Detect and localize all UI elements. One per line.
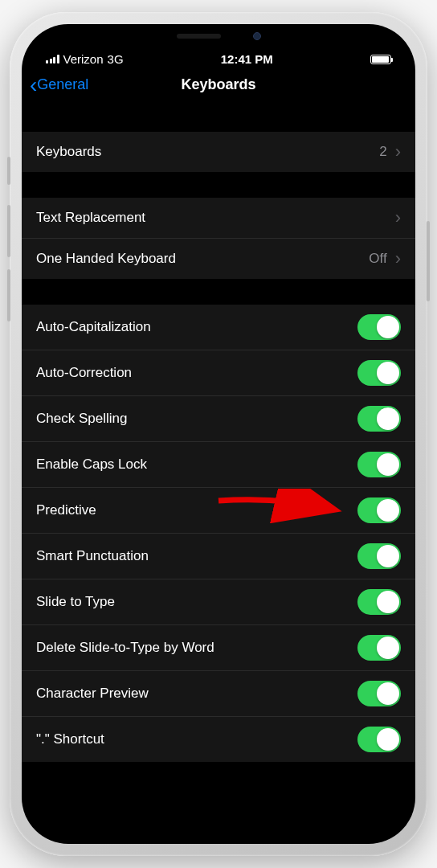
- navigation-bar: ‹ General Keyboards: [22, 70, 415, 104]
- slide-to-type-row: Slide to Type: [22, 579, 415, 625]
- page-title: Keyboards: [181, 76, 255, 93]
- delete-slide-toggle[interactable]: [357, 635, 401, 661]
- chevron-right-icon: ›: [395, 248, 401, 269]
- phone-frame: Verizon 3G 12:41 PM ‹ General Keyboards: [10, 12, 427, 856]
- period-shortcut-row: "." Shortcut: [22, 717, 415, 762]
- notch: [134, 24, 303, 48]
- clock: 12:41 PM: [221, 52, 273, 66]
- auto-correction-row: Auto-Correction: [22, 350, 415, 396]
- one-handed-label: One Handed Keyboard: [36, 251, 176, 267]
- predictive-row: Predictive: [22, 488, 415, 534]
- speaker-grille: [177, 34, 221, 39]
- slide-to-type-toggle[interactable]: [357, 589, 401, 615]
- one-handed-row[interactable]: One Handed Keyboard Off ›: [22, 239, 415, 279]
- section-text-options: Text Replacement › One Handed Keyboard O…: [22, 198, 415, 279]
- delete-slide-label: Delete Slide-to-Type by Word: [36, 640, 214, 656]
- character-preview-toggle[interactable]: [357, 681, 401, 706]
- text-replacement-row[interactable]: Text Replacement ›: [22, 198, 415, 239]
- auto-capitalization-label: Auto-Capitalization: [36, 319, 151, 335]
- chevron-right-icon: ›: [395, 141, 401, 162]
- power-button: [427, 221, 430, 301]
- screen: Verizon 3G 12:41 PM ‹ General Keyboards: [22, 24, 415, 844]
- one-handed-value: Off: [369, 251, 386, 267]
- signal-icon: [46, 55, 59, 63]
- phone-bezel: Verizon 3G 12:41 PM ‹ General Keyboards: [22, 24, 415, 844]
- enable-caps-lock-toggle[interactable]: [357, 452, 401, 477]
- period-shortcut-label: "." Shortcut: [36, 731, 104, 747]
- status-right: [370, 55, 391, 64]
- annotation-arrow-icon: [214, 489, 343, 532]
- predictive-label: Predictive: [36, 502, 96, 518]
- check-spelling-row: Check Spelling: [22, 396, 415, 442]
- delete-slide-row: Delete Slide-to-Type by Word: [22, 625, 415, 671]
- carrier-label: Verizon: [63, 52, 104, 66]
- keyboards-label: Keyboards: [36, 144, 101, 160]
- volume-up-button: [7, 205, 10, 257]
- content[interactable]: Keyboards 2 › Text Replacement ›: [22, 104, 415, 844]
- front-camera: [253, 32, 261, 40]
- network-label: 3G: [108, 52, 124, 66]
- period-shortcut-toggle[interactable]: [357, 727, 401, 752]
- character-preview-row: Character Preview: [22, 671, 415, 717]
- status-left: Verizon 3G: [46, 52, 124, 66]
- keyboards-count: 2: [379, 144, 386, 160]
- back-button[interactable]: ‹ General: [30, 74, 88, 96]
- smart-punctuation-toggle[interactable]: [357, 543, 401, 569]
- chevron-right-icon: ›: [395, 207, 401, 228]
- auto-capitalization-row: Auto-Capitalization: [22, 305, 415, 350]
- volume-down-button: [7, 269, 10, 321]
- battery-icon: [370, 55, 391, 64]
- predictive-toggle[interactable]: [357, 497, 401, 523]
- section-keyboards: Keyboards 2 ›: [22, 132, 415, 172]
- smart-punctuation-label: Smart Punctuation: [36, 548, 149, 564]
- section-toggles: Auto-Capitalization Auto-Correction Chec…: [22, 305, 415, 762]
- enable-caps-lock-row: Enable Caps Lock: [22, 442, 415, 488]
- auto-capitalization-toggle[interactable]: [357, 314, 401, 340]
- auto-correction-label: Auto-Correction: [36, 365, 132, 381]
- mute-switch: [7, 157, 10, 185]
- enable-caps-lock-label: Enable Caps Lock: [36, 457, 147, 473]
- text-replacement-label: Text Replacement: [36, 210, 145, 226]
- character-preview-label: Character Preview: [36, 686, 149, 702]
- back-label: General: [37, 76, 88, 93]
- check-spelling-label: Check Spelling: [36, 411, 127, 427]
- chevron-left-icon: ‹: [30, 74, 37, 96]
- keyboards-row[interactable]: Keyboards 2 ›: [22, 132, 415, 172]
- slide-to-type-label: Slide to Type: [36, 594, 115, 610]
- check-spelling-toggle[interactable]: [357, 406, 401, 432]
- auto-correction-toggle[interactable]: [357, 360, 401, 386]
- smart-punctuation-row: Smart Punctuation: [22, 534, 415, 579]
